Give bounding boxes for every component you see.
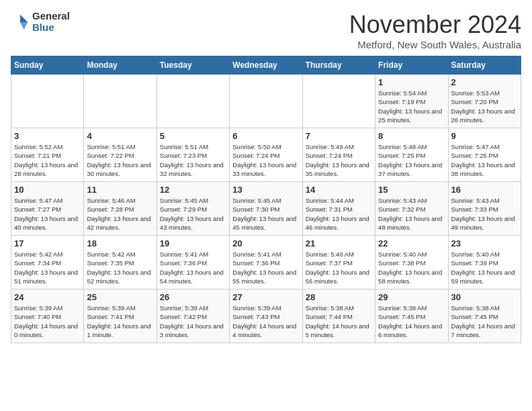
- calendar-cell: 2Sunrise: 5:53 AM Sunset: 7:20 PM Daylig…: [448, 75, 521, 128]
- day-info: Sunrise: 5:41 AM Sunset: 7:36 PM Dayligh…: [232, 250, 299, 285]
- calendar-cell: 10Sunrise: 5:47 AM Sunset: 7:27 PM Dayli…: [11, 182, 84, 236]
- day-info: Sunrise: 5:54 AM Sunset: 7:19 PM Dayligh…: [378, 89, 445, 124]
- day-info: Sunrise: 5:43 AM Sunset: 7:33 PM Dayligh…: [451, 196, 518, 232]
- calendar-cell: 30Sunrise: 5:38 AM Sunset: 7:45 PM Dayli…: [448, 289, 521, 343]
- day-info: Sunrise: 5:51 AM Sunset: 7:22 PM Dayligh…: [87, 142, 153, 178]
- calendar-week-row: 10Sunrise: 5:47 AM Sunset: 7:27 PM Dayli…: [11, 182, 521, 236]
- calendar-cell: 15Sunrise: 5:43 AM Sunset: 7:32 PM Dayli…: [375, 182, 448, 236]
- day-info: Sunrise: 5:46 AM Sunset: 7:28 PM Dayligh…: [87, 196, 153, 232]
- day-number: 6: [232, 131, 299, 141]
- day-number: 20: [232, 238, 299, 248]
- day-number: 8: [378, 131, 445, 141]
- page-header: General Blue November 2024 Metford, New …: [11, 11, 521, 50]
- calendar-cell: 4Sunrise: 5:51 AM Sunset: 7:22 PM Daylig…: [84, 128, 157, 182]
- logo-blue-text: Blue: [32, 22, 70, 34]
- calendar-cell: 3Sunrise: 5:52 AM Sunset: 7:21 PM Daylig…: [11, 128, 84, 182]
- calendar-cell: 13Sunrise: 5:45 AM Sunset: 7:30 PM Dayli…: [230, 182, 302, 236]
- calendar-cell: 5Sunrise: 5:51 AM Sunset: 7:23 PM Daylig…: [157, 128, 229, 182]
- calendar-cell: 6Sunrise: 5:50 AM Sunset: 7:24 PM Daylig…: [230, 128, 302, 182]
- day-info: Sunrise: 5:47 AM Sunset: 7:26 PM Dayligh…: [451, 142, 518, 178]
- day-number: 30: [451, 292, 518, 302]
- calendar-cell: 8Sunrise: 5:48 AM Sunset: 7:25 PM Daylig…: [375, 128, 448, 182]
- day-info: Sunrise: 5:41 AM Sunset: 7:36 PM Dayligh…: [160, 250, 226, 285]
- day-info: Sunrise: 5:39 AM Sunset: 7:43 PM Dayligh…: [232, 304, 299, 339]
- calendar-cell: 12Sunrise: 5:45 AM Sunset: 7:29 PM Dayli…: [157, 182, 229, 236]
- day-info: Sunrise: 5:53 AM Sunset: 7:20 PM Dayligh…: [451, 89, 518, 124]
- day-number: 17: [14, 238, 81, 248]
- day-number: 21: [306, 238, 372, 248]
- day-number: 23: [451, 238, 518, 248]
- calendar-cell: 7Sunrise: 5:49 AM Sunset: 7:24 PM Daylig…: [302, 128, 375, 182]
- calendar-cell: 11Sunrise: 5:46 AM Sunset: 7:28 PM Dayli…: [84, 182, 157, 236]
- calendar-cell: 17Sunrise: 5:42 AM Sunset: 7:34 PM Dayli…: [11, 236, 84, 289]
- title-section: November 2024 Metford, New South Wales, …: [349, 11, 521, 50]
- calendar-cell: 14Sunrise: 5:44 AM Sunset: 7:31 PM Dayli…: [302, 182, 375, 236]
- day-info: Sunrise: 5:40 AM Sunset: 7:39 PM Dayligh…: [451, 250, 518, 285]
- day-info: Sunrise: 5:43 AM Sunset: 7:32 PM Dayligh…: [378, 196, 445, 232]
- calendar-cell: 1Sunrise: 5:54 AM Sunset: 7:19 PM Daylig…: [375, 75, 448, 128]
- calendar-header-row: SundayMondayTuesdayWednesdayThursdayFrid…: [11, 56, 521, 75]
- location-title: Metford, New South Wales, Australia: [349, 39, 521, 50]
- day-info: Sunrise: 5:45 AM Sunset: 7:29 PM Dayligh…: [160, 196, 226, 232]
- day-info: Sunrise: 5:39 AM Sunset: 7:41 PM Dayligh…: [87, 304, 153, 339]
- day-number: 28: [306, 292, 372, 302]
- day-number: 15: [378, 185, 445, 195]
- calendar-cell: 19Sunrise: 5:41 AM Sunset: 7:36 PM Dayli…: [157, 236, 229, 289]
- day-number: 26: [160, 292, 226, 302]
- day-info: Sunrise: 5:38 AM Sunset: 7:44 PM Dayligh…: [306, 304, 372, 339]
- calendar-cell: [157, 75, 229, 128]
- calendar-cell: 22Sunrise: 5:40 AM Sunset: 7:38 PM Dayli…: [375, 236, 448, 289]
- calendar-cell: [11, 75, 84, 128]
- day-info: Sunrise: 5:49 AM Sunset: 7:24 PM Dayligh…: [306, 142, 372, 178]
- calendar-cell: 23Sunrise: 5:40 AM Sunset: 7:39 PM Dayli…: [448, 236, 521, 289]
- svg-marker-0: [20, 14, 28, 21]
- day-info: Sunrise: 5:42 AM Sunset: 7:34 PM Dayligh…: [14, 250, 81, 285]
- calendar-cell: [230, 75, 302, 128]
- calendar-header-wednesday: Wednesday: [230, 56, 302, 75]
- calendar-header-sunday: Sunday: [11, 56, 84, 75]
- calendar-header-thursday: Thursday: [302, 56, 375, 75]
- day-info: Sunrise: 5:39 AM Sunset: 7:42 PM Dayligh…: [160, 304, 226, 339]
- day-info: Sunrise: 5:42 AM Sunset: 7:35 PM Dayligh…: [87, 250, 153, 285]
- calendar-cell: 21Sunrise: 5:40 AM Sunset: 7:37 PM Dayli…: [302, 236, 375, 289]
- day-number: 12: [160, 185, 226, 195]
- day-number: 25: [87, 292, 153, 302]
- day-number: 9: [451, 131, 518, 141]
- calendar-week-row: 1Sunrise: 5:54 AM Sunset: 7:19 PM Daylig…: [11, 75, 521, 128]
- day-info: Sunrise: 5:40 AM Sunset: 7:37 PM Dayligh…: [306, 250, 372, 285]
- calendar-cell: 18Sunrise: 5:42 AM Sunset: 7:35 PM Dayli…: [84, 236, 157, 289]
- calendar-cell: [84, 75, 157, 128]
- calendar-header-tuesday: Tuesday: [157, 56, 229, 75]
- calendar-cell: 26Sunrise: 5:39 AM Sunset: 7:42 PM Dayli…: [157, 289, 229, 343]
- day-number: 22: [378, 238, 445, 248]
- calendar-cell: 20Sunrise: 5:41 AM Sunset: 7:36 PM Dayli…: [230, 236, 302, 289]
- day-number: 11: [87, 185, 153, 195]
- month-title: November 2024: [349, 11, 521, 39]
- day-number: 2: [451, 77, 518, 87]
- day-number: 10: [14, 185, 81, 195]
- calendar-cell: 25Sunrise: 5:39 AM Sunset: 7:41 PM Dayli…: [84, 289, 157, 343]
- day-number: 18: [87, 238, 153, 248]
- day-info: Sunrise: 5:48 AM Sunset: 7:25 PM Dayligh…: [378, 142, 445, 178]
- day-info: Sunrise: 5:51 AM Sunset: 7:23 PM Dayligh…: [160, 142, 226, 178]
- logo-general-text: General: [32, 11, 70, 22]
- day-number: 24: [14, 292, 81, 302]
- day-info: Sunrise: 5:38 AM Sunset: 7:45 PM Dayligh…: [451, 304, 518, 339]
- day-number: 4: [87, 131, 153, 141]
- day-info: Sunrise: 5:47 AM Sunset: 7:27 PM Dayligh…: [14, 196, 81, 232]
- day-number: 5: [160, 131, 226, 141]
- day-info: Sunrise: 5:52 AM Sunset: 7:21 PM Dayligh…: [14, 142, 81, 178]
- calendar-week-row: 3Sunrise: 5:52 AM Sunset: 7:21 PM Daylig…: [11, 128, 521, 182]
- calendar-week-row: 17Sunrise: 5:42 AM Sunset: 7:34 PM Dayli…: [11, 236, 521, 289]
- calendar-cell: 16Sunrise: 5:43 AM Sunset: 7:33 PM Dayli…: [448, 182, 521, 236]
- calendar-cell: 24Sunrise: 5:39 AM Sunset: 7:40 PM Dayli…: [11, 289, 84, 343]
- calendar-table: SundayMondayTuesdayWednesdayThursdayFrid…: [11, 56, 521, 343]
- day-number: 14: [306, 185, 372, 195]
- calendar-body: 1Sunrise: 5:54 AM Sunset: 7:19 PM Daylig…: [11, 75, 521, 343]
- calendar-header-saturday: Saturday: [448, 56, 521, 75]
- day-number: 3: [14, 131, 81, 141]
- svg-marker-1: [20, 22, 28, 30]
- day-number: 27: [232, 292, 299, 302]
- calendar-cell: 29Sunrise: 5:38 AM Sunset: 7:45 PM Dayli…: [375, 289, 448, 343]
- day-number: 16: [451, 185, 518, 195]
